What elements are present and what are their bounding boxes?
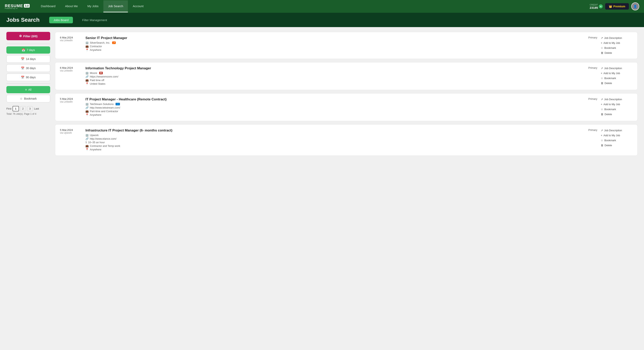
filter-14days[interactable]: 📅 14 days xyxy=(6,55,50,63)
calendar-icon: 📅 xyxy=(22,48,25,52)
delete-button[interactable]: 🗑 Delete xyxy=(601,112,612,116)
star-icon: ☆ xyxy=(601,139,603,142)
job-info: Infrastructure IT Project Manager (6- mo… xyxy=(84,128,585,152)
trash-icon: 🗑 xyxy=(601,113,603,116)
job-info: IT Project Manager - Healthcare (Remote … xyxy=(84,98,585,117)
sidebar-divider xyxy=(6,44,50,44)
job-actions: ↗ Job Description + Add to My Job ☆ Book… xyxy=(601,98,633,116)
job-website-row: 🔗 http://www.elance.com/ xyxy=(86,137,585,140)
nav-job-search[interactable]: Job Search xyxy=(104,0,128,12)
tab-filter-management[interactable]: Filter Management xyxy=(78,17,111,23)
location-icon: 📍 xyxy=(86,48,89,52)
delete-button[interactable]: 🗑 Delete xyxy=(601,144,612,147)
filter-label: Filter (0/0) xyxy=(23,34,38,38)
nav-my-jobs[interactable]: My Jobs xyxy=(83,0,104,12)
job-description-button[interactable]: ↗ Job Description xyxy=(601,36,622,40)
bookmark-button[interactable]: ☆ Bookmark xyxy=(601,138,616,142)
job-date: 5 Mar,2024 via LinkedIn xyxy=(60,98,84,103)
company-badge: M xyxy=(99,72,103,74)
sidebar: ⚙ Filter (0/0) 📅 7 days 📅 14 days 📅 30 d… xyxy=(6,32,50,345)
link-icon: 🔗 xyxy=(86,75,89,78)
description-icon: ↗ xyxy=(601,98,603,101)
location-icon: 📍 xyxy=(86,82,89,85)
page-title: Jobs Search xyxy=(6,17,40,23)
job-company-row: 🏢 Moore M xyxy=(86,72,585,74)
pagination-last[interactable]: Last xyxy=(34,107,39,110)
job-description-button[interactable]: ↗ Job Description xyxy=(601,66,622,70)
premium-label: Premium xyxy=(613,5,625,8)
job-description-button[interactable]: ↗ Job Description xyxy=(601,128,622,132)
filter-all[interactable]: ≡ All xyxy=(6,86,50,93)
add-to-my-job-button[interactable]: + Add to My Job xyxy=(601,41,620,45)
job-type: Contractor xyxy=(90,45,102,48)
job-location-row: 📍 Anywhere xyxy=(86,48,585,52)
tab-jobs-board[interactable]: Jobs Board xyxy=(49,17,73,23)
nav-account[interactable]: Account xyxy=(128,0,148,12)
pagination-page-1[interactable]: 1 xyxy=(12,106,19,111)
job-website-row: 🔗 https://wearemoore.com/ xyxy=(86,75,585,78)
star-icon: ☆ xyxy=(601,77,603,80)
description-label: Job Description xyxy=(604,36,622,40)
job-title: Infrastructure IT Project Manager (6- mo… xyxy=(86,128,585,132)
link-icon: 🔗 xyxy=(86,106,89,109)
nav-links: Dashboard About Me My Jobs Job Search Ac… xyxy=(36,0,590,12)
logo-powered: Powered by AI xyxy=(5,7,30,9)
bookmark-label: Bookmark xyxy=(604,77,616,80)
pagination-first[interactable]: First xyxy=(6,107,11,110)
job-date-main: 6 Mar,2024 xyxy=(60,66,84,69)
filter-90days[interactable]: 📅 90 days xyxy=(6,74,50,81)
nav-about-me[interactable]: About Me xyxy=(60,0,82,12)
job-date-main: 5 Mar,2024 xyxy=(60,98,84,100)
add-to-my-job-button[interactable]: + Add to My Job xyxy=(601,134,620,137)
bookmark-button[interactable]: ☆ Bookmark xyxy=(601,76,616,80)
list-icon: ≡ xyxy=(25,88,27,91)
nav-dashboard[interactable]: Dashboard xyxy=(36,0,60,12)
bookmark-button[interactable]: ☆ Bookmark xyxy=(601,46,616,50)
job-company: SilverSearch, Inc. xyxy=(90,41,110,44)
logo: RESUME 3.0 Powered by AI xyxy=(5,4,30,9)
location-icon: 📍 xyxy=(86,148,89,151)
add-icon: + xyxy=(601,42,602,44)
trash-icon: 🗑 xyxy=(601,52,603,54)
table-row: 6 Mar,2024 via LinkedIn Senior IT Projec… xyxy=(55,32,638,59)
add-label: Add to My Job xyxy=(604,103,620,106)
dollar-icon: $ xyxy=(86,141,87,144)
add-to-my-job-button[interactable]: + Add to My Job xyxy=(601,71,620,75)
filter-button[interactable]: ⚙ Filter (0/0) xyxy=(6,32,50,40)
job-type-row: 💼 Contractor xyxy=(86,45,585,48)
delete-button[interactable]: 🗑 Delete xyxy=(601,51,612,55)
job-date-main: 6 Mar,2024 xyxy=(60,36,84,39)
description-icon: ↗ xyxy=(601,129,603,132)
add-icon: + xyxy=(601,72,602,75)
delete-label: Delete xyxy=(604,144,612,147)
job-title: IT Project Manager - Healthcare (Remote … xyxy=(86,98,585,102)
bookmark-button[interactable]: ☆ Bookmark xyxy=(601,107,616,111)
description-label: Job Description xyxy=(604,129,622,132)
filter-bookmark[interactable]: ☆ Bookmark xyxy=(6,95,50,102)
add-label: Add to My Job xyxy=(604,42,620,44)
avatar[interactable]: 👤 xyxy=(631,2,639,10)
30days-label: 30 days xyxy=(26,66,36,70)
job-via: via Upwork xyxy=(60,132,84,134)
job-salary: 10–35 an hour xyxy=(88,141,105,144)
add-to-my-job-button[interactable]: + Add to My Job xyxy=(601,102,620,106)
premium-button[interactable]: 👑 Premium xyxy=(605,3,629,10)
job-website-row: 🔗 http://www.tekstream.com/ xyxy=(86,106,585,109)
pagination-info: Total: 76 Job(s). Page 1 of 4 xyxy=(6,112,50,115)
job-description-button[interactable]: ↗ Job Description xyxy=(601,98,622,101)
job-date-main: 5 Mar,2024 xyxy=(60,128,84,132)
nav-right: CREDIT 23185 ● 👑 Premium 👤 xyxy=(590,2,639,10)
add-icon: + xyxy=(601,134,602,137)
job-website: https://wearemoore.com/ xyxy=(90,75,118,78)
logo-version: 3.0 xyxy=(24,4,30,8)
pagination-page-3[interactable]: 3 xyxy=(27,106,33,111)
filter-7days[interactable]: 📅 7 days xyxy=(6,46,50,54)
calendar-icon: 📅 xyxy=(21,57,24,60)
delete-button[interactable]: 🗑 Delete xyxy=(601,81,612,85)
pagination: First 1 2 3 Last xyxy=(6,106,50,111)
job-company-row: 🏢 Upwork xyxy=(86,134,585,137)
credit-badge: CREDIT 23185 ● xyxy=(590,4,603,9)
filter-30days[interactable]: 📅 30 days xyxy=(6,64,50,72)
pagination-page-2[interactable]: 2 xyxy=(20,106,26,111)
main-content: ⚙ Filter (0/0) 📅 7 days 📅 14 days 📅 30 d… xyxy=(0,27,644,350)
